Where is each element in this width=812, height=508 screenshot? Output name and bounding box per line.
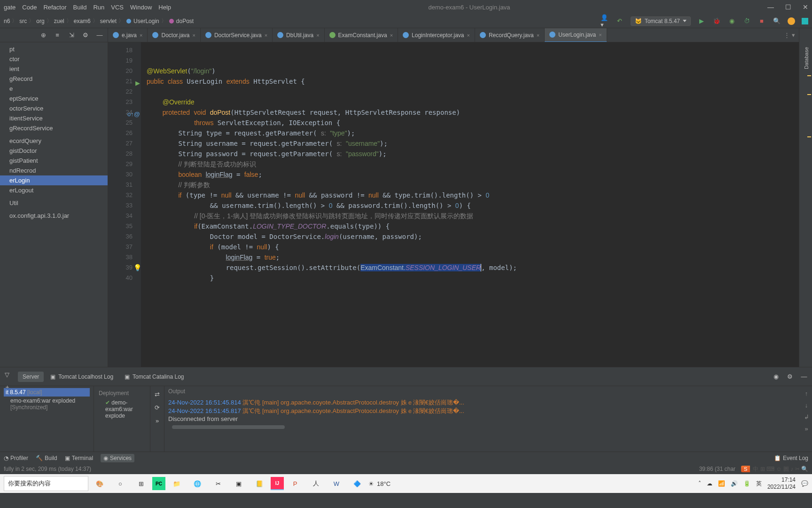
close-tab-icon[interactable]: × bbox=[316, 32, 319, 38]
crumb[interactable]: n6 bbox=[4, 18, 10, 24]
tree-item[interactable]: erLogout bbox=[0, 185, 108, 195]
crumb[interactable]: org bbox=[36, 18, 44, 24]
layout-icon[interactable]: ◉ bbox=[772, 373, 780, 381]
editor-tab[interactable]: e.java× bbox=[108, 28, 148, 42]
volume-icon[interactable]: 🔊 bbox=[731, 480, 738, 487]
clock[interactable]: 17:14 2022/11/24 bbox=[767, 476, 796, 491]
minimize-icon[interactable]: — bbox=[767, 3, 774, 11]
menu-refactor[interactable]: Refactor bbox=[43, 4, 66, 11]
ime-icon[interactable]: 英 bbox=[756, 480, 762, 488]
crumb[interactable]: exam6 bbox=[74, 18, 91, 24]
deploy-icon[interactable]: ⇄ bbox=[153, 390, 162, 398]
intellij-icon[interactable]: IJ bbox=[271, 477, 284, 490]
back-arrow-icon[interactable]: ↶ bbox=[616, 17, 624, 25]
event-log-button[interactable]: 📋Event Log bbox=[774, 455, 808, 461]
tree-item[interactable]: gistDoctor bbox=[0, 146, 108, 156]
tree-item[interactable]: ient bbox=[0, 64, 108, 74]
artifact-node[interactable]: emo-exam6:war exploded [Synchronized] bbox=[4, 397, 90, 412]
notification-icon[interactable] bbox=[788, 17, 795, 25]
up-icon[interactable]: ↑ bbox=[805, 390, 808, 397]
tomcat-node[interactable]: it 8.5.47 [local] bbox=[4, 388, 90, 397]
tree-item[interactable]: gRecord bbox=[0, 74, 108, 84]
snip-icon[interactable]: ✂ bbox=[209, 476, 227, 491]
build-button[interactable]: 🔨Build bbox=[36, 455, 57, 461]
gear-icon[interactable]: ⚙ bbox=[81, 31, 90, 40]
expand-icon[interactable]: ⇲ bbox=[67, 31, 76, 40]
wifi-icon[interactable]: 📶 bbox=[718, 480, 725, 487]
ime-tools[interactable]: 中 ⊞ ⌨ ☺ 圖 ♪ ✂ 🔍 bbox=[753, 465, 808, 473]
gear-icon[interactable]: ⚙ bbox=[786, 373, 794, 381]
crumb[interactable]: UserLogin bbox=[133, 18, 159, 24]
database-tool-button[interactable]: Database bbox=[804, 47, 809, 69]
terminal-button[interactable]: ▣Terminal bbox=[65, 455, 93, 461]
close-tab-icon[interactable]: × bbox=[193, 32, 195, 38]
localhost-log-tab[interactable]: ▣Tomcat Localhost Log bbox=[46, 372, 118, 382]
menu-vcs[interactable]: VCS bbox=[111, 4, 124, 11]
down-icon[interactable]: ↓ bbox=[805, 402, 808, 409]
edge-icon[interactable]: 🌐 bbox=[188, 476, 207, 491]
warning-marker[interactable] bbox=[807, 136, 811, 137]
crumb[interactable]: zuel bbox=[54, 18, 64, 24]
notifications-icon[interactable]: 💬 bbox=[801, 480, 808, 487]
warning-marker[interactable] bbox=[807, 94, 811, 95]
onedrive-icon[interactable]: ☁ bbox=[707, 480, 712, 487]
close-icon[interactable]: ✕ bbox=[803, 3, 808, 11]
tree-item[interactable]: itientService bbox=[0, 113, 108, 123]
server-tab[interactable]: Server bbox=[18, 372, 44, 382]
hide-icon[interactable]: — bbox=[800, 373, 808, 381]
menu-help[interactable]: Help bbox=[158, 4, 171, 11]
menu-window[interactable]: Window bbox=[130, 4, 152, 11]
run-config-selector[interactable]: 🐱 Tomcat 8.5.47 bbox=[631, 16, 691, 26]
more-icon[interactable]: » bbox=[804, 425, 808, 432]
editor-tab[interactable]: UserLogin.java× bbox=[545, 28, 607, 42]
word-icon[interactable]: W bbox=[327, 476, 346, 491]
battery-icon[interactable]: 🔋 bbox=[743, 480, 750, 487]
target-icon[interactable]: ⊕ bbox=[39, 31, 47, 40]
explorer-icon[interactable]: 📁 bbox=[167, 476, 186, 491]
tree-item[interactable]: eptService bbox=[0, 94, 108, 103]
tree-item[interactable]: e bbox=[0, 84, 108, 94]
output-content[interactable]: 24-Nov-2022 16:51:45.814 淇℃伅 [main] org.… bbox=[164, 397, 801, 452]
editor-tab[interactable]: LoginInterceptor.java× bbox=[398, 28, 475, 42]
editor-tab[interactable]: ExamConstant.java× bbox=[325, 28, 398, 42]
hide-icon[interactable]: — bbox=[95, 31, 104, 40]
collapse-icon[interactable]: ≡ bbox=[53, 31, 62, 40]
deployment-item[interactable]: ✔ demo-exam6:war explode bbox=[97, 397, 147, 421]
ime-indicator[interactable]: S bbox=[741, 466, 750, 472]
weather-widget[interactable]: ☀ 18°C bbox=[368, 480, 390, 487]
editor-tab[interactable]: Doctor.java× bbox=[148, 28, 200, 42]
app-icon[interactable]: 人 bbox=[306, 476, 325, 491]
taskview-icon[interactable]: ⊞ bbox=[132, 476, 150, 491]
services-button[interactable]: ◉Services bbox=[101, 454, 134, 462]
pycharm-icon[interactable]: PC bbox=[152, 477, 165, 490]
output-scrollbar[interactable] bbox=[168, 425, 797, 430]
tree-item[interactable]: ctor bbox=[0, 54, 108, 64]
close-tab-icon[interactable]: × bbox=[467, 32, 469, 38]
close-tab-icon[interactable]: × bbox=[265, 32, 267, 38]
app-icon[interactable]: 🔷 bbox=[348, 476, 367, 491]
menu-build[interactable]: Build bbox=[73, 4, 87, 11]
editor-tab[interactable]: DoctorService.java× bbox=[201, 28, 273, 42]
plugin-icon[interactable] bbox=[802, 18, 808, 24]
profiler-button[interactable]: ◔Profiler bbox=[4, 455, 28, 461]
menu-navigate[interactable]: gate bbox=[4, 4, 16, 11]
tree-item[interactable]: octorService bbox=[0, 103, 108, 113]
tree-item[interactable]: ecordQuery bbox=[0, 136, 108, 146]
menu-run[interactable]: Run bbox=[93, 4, 104, 11]
close-tab-icon[interactable]: × bbox=[599, 32, 601, 38]
tree-item[interactable]: pt bbox=[0, 44, 108, 54]
menu-code[interactable]: Code bbox=[22, 4, 37, 11]
profile-icon[interactable]: ⏱ bbox=[742, 17, 751, 25]
windows-search[interactable]: 你要搜索的内容 bbox=[4, 476, 88, 491]
maximize-icon[interactable]: ☐ bbox=[785, 3, 791, 11]
powerpoint-icon[interactable]: P bbox=[286, 476, 304, 491]
search-icon[interactable]: 🔍 bbox=[773, 17, 781, 25]
project-tree[interactable]: ptctorientgRecordeeptServiceoctorService… bbox=[0, 42, 108, 222]
wrap-icon[interactable]: ↲ bbox=[804, 413, 809, 421]
editor-tab[interactable]: DbUtil.java× bbox=[273, 28, 324, 42]
tree-item[interactable]: gistPatient bbox=[0, 156, 108, 166]
gutter[interactable]: 18192021▶222324o↑@2526272829303132333435… bbox=[108, 42, 141, 367]
notes-icon[interactable]: 📒 bbox=[250, 476, 269, 491]
refresh-icon[interactable]: ⟳ bbox=[153, 403, 162, 412]
terminal-icon[interactable]: ▣ bbox=[229, 476, 248, 491]
